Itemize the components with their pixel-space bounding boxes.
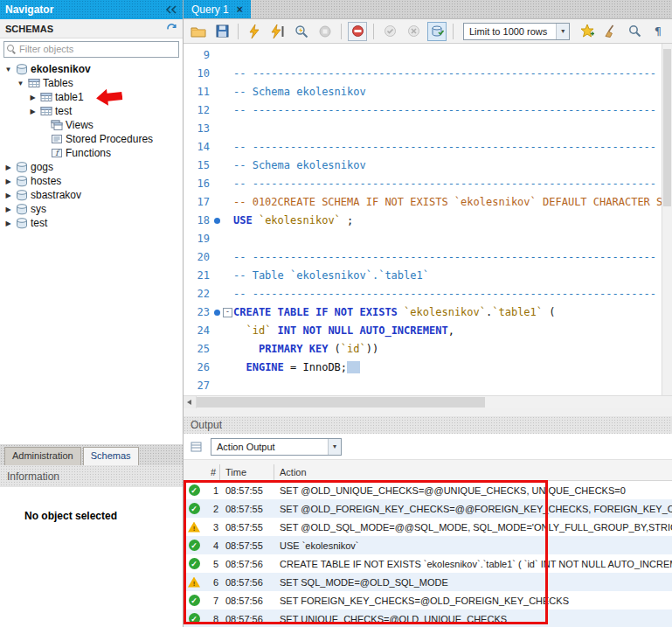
column-header-time[interactable]: Time	[220, 464, 274, 480]
row-action: SET @OLD_SQL_MODE=@@SQL_MODE, SQL_MODE='…	[274, 522, 672, 533]
code-line-17[interactable]: 17-- 0102CREATE SCHEMA IF NOT EXISTS `ek…	[184, 193, 672, 212]
code-line-12[interactable]: 12-- -----------------------------------…	[184, 101, 672, 120]
expander-icon[interactable]: ▶	[3, 219, 13, 227]
row-action: SET @OLD_UNIQUE_CHECKS=@@UNIQUE_CHECKS, …	[274, 485, 672, 496]
explain-button[interactable]	[292, 22, 311, 41]
fold-spacer	[222, 359, 233, 377]
refresh-icon[interactable]	[166, 24, 177, 34]
marker-spacer	[213, 101, 222, 120]
success-icon: ✓	[189, 540, 200, 551]
tab-query-1[interactable]: Query 1 ×	[184, 0, 251, 18]
no-object-selected-text: No object selected	[24, 510, 183, 522]
tab-schemas[interactable]: Schemas	[83, 447, 139, 465]
chevron-down-icon[interactable]: ▾	[328, 439, 341, 455]
row-index: 4	[204, 540, 220, 551]
output-row-8[interactable]: ✓808:57:56SET UNIQUE_CHECKS=@OLD_UNIQUE_…	[184, 610, 672, 627]
collapse-panel-icon[interactable]	[165, 5, 177, 14]
execute-current-button[interactable]	[268, 22, 288, 41]
invisible-characters-button[interactable]: ¶	[648, 22, 668, 41]
tree-item-test[interactable]: ▶test	[0, 104, 183, 118]
code-line-20[interactable]: 20-- -----------------------------------…	[184, 248, 672, 267]
tree-item-sys[interactable]: ▶sys	[0, 202, 183, 216]
tree-item-tables[interactable]: ▼Tables	[0, 76, 183, 90]
schema-icon	[16, 204, 28, 215]
execute-button[interactable]	[245, 22, 264, 41]
tree-item-table1[interactable]: ▶table1	[0, 90, 183, 104]
expander-icon[interactable]: ▼	[3, 66, 13, 73]
expander-icon[interactable]: ▶	[3, 192, 13, 199]
code-line-22[interactable]: 22-- -----------------------------------…	[184, 285, 672, 303]
tree-item-stored-procedures[interactable]: Stored Procedures	[0, 132, 183, 146]
tab-administration[interactable]: Administration	[4, 447, 81, 465]
open-script-button[interactable]	[189, 22, 208, 41]
tree-item-views[interactable]: Views	[0, 118, 183, 132]
output-row-5[interactable]: ✓508:57:56CREATE TABLE IF NOT EXISTS `ek…	[184, 554, 672, 573]
filter-row	[0, 38, 183, 59]
code-line-25[interactable]: 25 PRIMARY KEY (`id`))	[184, 340, 672, 359]
beautify-button[interactable]	[601, 22, 620, 41]
output-view-dropdown[interactable]: Action Output ▾	[211, 438, 342, 456]
horizontal-scrollbar[interactable]	[184, 395, 672, 408]
code-line-24[interactable]: 24 `id` INT NOT NULL AUTO_INCREMENT,	[184, 322, 672, 340]
code-line-16[interactable]: 16-- -----------------------------------…	[184, 175, 672, 193]
tree-item-test[interactable]: ▶test	[0, 216, 183, 230]
output-row-4[interactable]: ✓408:57:55USE `ekolesnikov`	[184, 536, 672, 554]
stop-on-error-button[interactable]	[348, 22, 367, 41]
find-button[interactable]	[625, 22, 644, 41]
row-time: 08:57:56	[220, 577, 274, 588]
expander-icon[interactable]: ▶	[28, 94, 38, 101]
limit-rows-dropdown[interactable]: Limit to 1000 rows▾	[463, 23, 570, 40]
tree-item-gogs[interactable]: ▶gogs	[0, 160, 183, 174]
marker-spacer	[213, 83, 222, 101]
column-header-action[interactable]: Action	[274, 464, 672, 480]
expander-icon[interactable]: ▶	[3, 178, 13, 185]
scroll-left-arrow-icon[interactable]	[184, 396, 197, 408]
autocommit-button[interactable]	[427, 22, 447, 41]
code-line-18[interactable]: 18USE `ekolesnikov` ;	[184, 212, 672, 230]
code-line-10[interactable]: 10-- -----------------------------------…	[184, 65, 672, 83]
output-row-6[interactable]: !608:57:56SET SQL_MODE=@OLD_SQL_MODE	[184, 573, 672, 591]
commit-button[interactable]	[380, 22, 399, 41]
stop-button[interactable]	[315, 22, 335, 41]
save-snippet-button[interactable]	[578, 22, 597, 41]
rollback-button[interactable]	[404, 22, 423, 41]
code-line-14[interactable]: 14-- -----------------------------------…	[184, 138, 672, 157]
code-line-23[interactable]: 23CREATE TABLE IF NOT EXISTS `ekolesniko…	[184, 303, 672, 322]
output-row-2[interactable]: ✓208:57:55SET @OLD_FOREIGN_KEY_CHECKS=@@…	[184, 499, 672, 518]
code-line-26[interactable]: 26 ENGINE = InnoDB;	[184, 359, 672, 377]
tree-item-hostes[interactable]: ▶hostes	[0, 174, 183, 188]
save-script-button[interactable]	[212, 22, 232, 41]
code-line-13[interactable]: 13	[184, 120, 672, 138]
output-toolbar: Action Output ▾	[184, 434, 672, 460]
chevron-down-icon[interactable]: ▾	[556, 24, 569, 39]
scrollbar-thumb[interactable]	[663, 49, 671, 206]
scrollbar-thumb[interactable]	[197, 397, 485, 408]
sql-editor[interactable]: 910-- ----------------------------------…	[184, 44, 672, 395]
column-header-number[interactable]: #	[184, 464, 220, 480]
code-line-15[interactable]: 15-- Schema ekolesnikov	[184, 157, 672, 175]
code-line-9[interactable]: 9	[184, 46, 672, 65]
panel-splitter[interactable]	[184, 408, 672, 416]
navigator-titlebar: Navigator	[0, 0, 183, 19]
expander-icon[interactable]: ▶	[3, 164, 13, 171]
expander-icon[interactable]: ▼	[16, 80, 25, 87]
code-line-21[interactable]: 21-- Table `ekolesnikov`.`table1`	[184, 267, 672, 285]
output-row-1[interactable]: ✓108:57:55SET @OLD_UNIQUE_CHECKS=@@UNIQU…	[184, 481, 672, 499]
limit-rows-value: Limit to 1000 rows	[469, 26, 556, 37]
expander-icon[interactable]: ▶	[28, 108, 38, 115]
filter-objects-input[interactable]	[19, 44, 176, 54]
row-status-cell: ✓	[184, 613, 204, 624]
close-tab-icon[interactable]: ×	[237, 4, 243, 15]
tree-item-functions[interactable]: fFunctions	[0, 146, 183, 160]
code-line-27[interactable]: 27	[184, 377, 672, 395]
output-row-7[interactable]: ✓708:57:56SET FOREIGN_KEY_CHECKS=@OLD_FO…	[184, 591, 672, 610]
vertical-scrollbar[interactable]	[662, 44, 672, 395]
expander-icon[interactable]: ▶	[3, 206, 13, 213]
code-line-11[interactable]: 11-- Schema ekolesnikov	[184, 83, 672, 101]
output-row-3[interactable]: !308:57:55SET @OLD_SQL_MODE=@@SQL_MODE, …	[184, 518, 672, 536]
scrollbar-track[interactable]	[197, 396, 672, 408]
tree-item-sbastrakov[interactable]: ▶sbastrakov	[0, 188, 183, 202]
code-line-19[interactable]: 19	[184, 230, 672, 248]
fold-collapse-icon[interactable]	[222, 303, 233, 322]
tree-item-ekolesnikov[interactable]: ▼ekolesnikov	[0, 62, 183, 76]
